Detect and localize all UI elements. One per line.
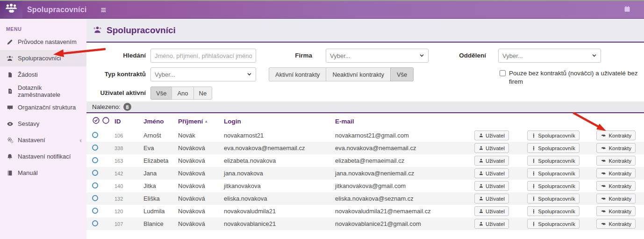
column-header-jmeno[interactable]: Jméno [143,118,178,125]
uzivatel-button[interactable]: Uživatel [474,156,509,166]
calendar-icon[interactable] [623,5,631,14]
sidebar-item-sestavy[interactable]: Sestavy [0,116,86,132]
search-input[interactable] [150,49,256,63]
user-active-vse-button[interactable]: Vše [150,87,172,100]
firma-select[interactable]: Vyber... [326,49,429,63]
firma-select-value: Vyber... [330,52,351,59]
sidebar-item-label: Průvodce nastavením [18,38,77,45]
column-header-login[interactable]: Login [224,118,335,125]
kontrakty-button[interactable]: Kontrakty [596,143,636,153]
spolupracovnik-button[interactable]: Spolupracovník [527,206,579,216]
cell-id: 120 [114,209,143,214]
user-active-ne-button[interactable]: Ne [193,87,213,100]
cell-id: 106 [114,133,143,138]
sidebar-item-zadosti[interactable]: Žádosti [0,66,86,83]
oddeleni-select[interactable]: Vyber... [498,49,601,63]
row-select-radio[interactable] [92,195,98,201]
cell-email: eva.novakova@nemaemail.cz [335,145,465,152]
typ-kontraktu-select-value: Vyber... [155,71,175,78]
kontrakty-button[interactable]: Kontrakty [596,206,636,216]
book-icon [6,169,14,177]
hamburger-menu-icon[interactable]: ≡ [100,5,106,14]
kontrakty-button[interactable]: Kontrakty [596,181,636,191]
table-row: 140 Jitka Nováková jitkanovakova jitkano… [86,180,644,192]
spolupracovnik-button[interactable]: Spolupracovník [527,194,579,203]
table-row: 163 Elizabeta Nováková elizabeta.novakov… [86,154,644,167]
collaborators-table: ID Jméno Příjmení▲ Login E-mail 106 Arno… [86,113,644,239]
kontrakty-button[interactable]: Kontrakty [596,156,636,166]
cell-email: novakovaludmila21@nemaemail.cz [335,208,465,215]
sidebar-item-dotaznik-zamestnavatele[interactable]: ? Dotazník zaměstnavatele [0,83,86,99]
sidebar-item-label: Žádosti [18,71,38,78]
select-all-icon[interactable] [92,116,100,126]
kontrakty-button[interactable]: Kontrakty [596,168,636,178]
spolupracovnik-button[interactable]: Spolupracovník [527,143,579,153]
cell-prijmeni: Nováková [178,195,224,202]
sidebar-item-spolupracovnici[interactable]: Spolupracovníci [0,50,86,66]
sidebar-item-nastaveni[interactable]: Nastavení ‹ [0,132,86,148]
uzivatel-button[interactable]: Uživatel [474,181,509,191]
users-icon [93,25,102,36]
kontrakty-button[interactable]: Kontrakty [596,219,636,229]
person-standing-icon [531,196,536,202]
menu-section-label: MENU [0,19,86,34]
row-select-radio[interactable] [92,132,98,138]
spolupracovnik-button[interactable]: Spolupracovník [527,156,579,166]
cell-prijmeni: Novák [178,132,224,139]
cell-jmeno: Elizabeta [143,157,178,164]
row-select-radio[interactable] [92,220,98,226]
person-icon [479,183,484,188]
cell-jmeno: Jitka [143,182,178,189]
user-active-ano-button[interactable]: Ano [172,87,193,100]
sidebar-item-organizacni-struktura[interactable]: Organizační struktura [0,99,86,116]
row-select-radio[interactable] [92,170,98,176]
sidebar-item-label: Dotazník zaměstnavatele [18,84,82,98]
cell-prijmeni: Nováková [178,208,224,215]
svg-text:?: ? [9,89,11,93]
neaktivni-kontrakty-button[interactable]: Neaktivní kontrakty [326,67,391,81]
uzivatel-button[interactable]: Uživatel [474,194,509,203]
person-standing-icon [531,221,536,227]
app-logo[interactable] [0,1,22,18]
cell-jmeno: Eva [143,145,178,152]
person-icon [479,145,484,151]
cell-login: novakovablanice21 [224,220,335,227]
deselect-all-icon[interactable] [102,116,110,126]
column-header-email[interactable]: E-mail [335,118,465,125]
sidebar-item-label: Organizační struktura [18,104,76,111]
uzivatel-button[interactable]: Uživatel [474,206,509,216]
row-select-radio[interactable] [92,145,98,151]
row-select-radio[interactable] [92,208,98,214]
typ-kontraktu-select[interactable]: Vyber... [150,67,256,81]
uzivatel-button[interactable]: Uživatel [474,143,509,153]
spolupracovnik-button[interactable]: Spolupracovník [527,168,579,178]
kontrakty-button[interactable]: Kontrakty [596,130,636,140]
sidebar-item-manual[interactable]: Manuál [0,165,86,181]
kontrakty-button[interactable]: Kontrakty [596,194,636,203]
person-icon [479,133,484,138]
vse-kontrakty-button[interactable]: Vše [390,67,414,81]
cell-id: 107 [114,221,143,227]
filter-panel: Hledání Firma Vyber... Oddělení Vyber...… [86,43,644,101]
column-header-id[interactable]: ID [114,118,143,125]
sidebar-item-pruvodce-nastavenim[interactable]: Průvodce nastavením [0,34,86,50]
aktivni-kontrakty-button[interactable]: Aktivní kontrakty [269,67,326,81]
spolupracovnik-button[interactable]: Spolupracovník [527,181,579,191]
spolupracovnik-button[interactable]: Spolupracovník [527,219,579,229]
column-header-prijmeni[interactable]: Příjmení▲ [178,118,224,125]
org-structure-icon [6,104,14,111]
row-select-radio[interactable] [92,157,98,163]
handshake-icon [601,221,607,226]
uzivatel-button[interactable]: Uživatel [474,130,509,140]
sidebar-item-nastaveni-notifikaci[interactable]: Nastavení notifikací [0,148,86,165]
spolupracovnik-button[interactable]: Spolupracovník [527,130,579,140]
uzivatel-button[interactable]: Uživatel [474,168,509,178]
chevron-down-icon [247,71,252,78]
person-standing-icon [531,133,536,138]
row-select-radio[interactable] [92,182,98,188]
sort-asc-icon: ▲ [204,119,208,123]
handshake-icon [601,196,607,201]
cell-login: jitkanovakova [224,182,335,189]
uzivatel-button[interactable]: Uživatel [474,219,509,229]
novacci-checkbox[interactable] [500,70,506,76]
